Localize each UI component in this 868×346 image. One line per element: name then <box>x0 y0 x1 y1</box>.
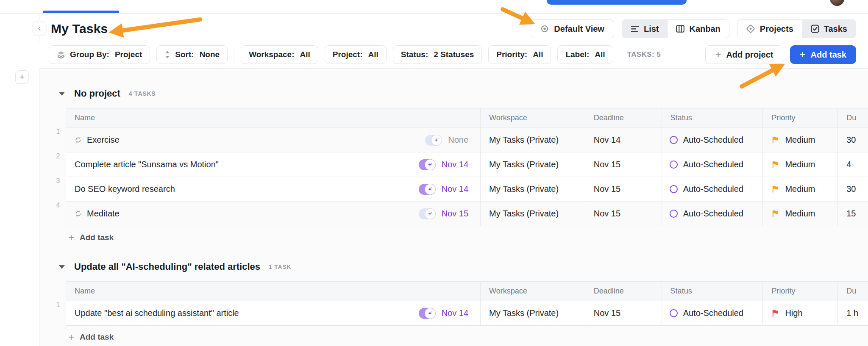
priority-label: Medium <box>785 135 815 145</box>
eye-icon <box>540 25 549 33</box>
toggle-list[interactable]: List <box>622 20 668 38</box>
column-header-deadline[interactable]: Deadline <box>585 108 662 127</box>
status-label: Auto-Scheduled <box>683 135 743 145</box>
deadline-cell[interactable]: Nov 15 <box>585 301 662 325</box>
column-header-workspace[interactable]: Workspace <box>480 108 585 127</box>
priority-filter-label: Priority: <box>496 50 527 59</box>
status-filter-value: 2 Statuses <box>434 50 474 59</box>
add-task-button[interactable]: + Add task <box>790 45 856 64</box>
table-row[interactable]: 4 Meditate Nov 15 My Tasks (Private) Nov… <box>66 201 868 226</box>
column-header-workspace[interactable]: Workspace <box>480 282 585 301</box>
ai-schedule-date: Nov 14 <box>442 160 468 169</box>
column-header-duration[interactable]: Du <box>837 108 868 127</box>
deadline-cell[interactable]: Nov 14 <box>585 128 662 152</box>
recurring-icon <box>75 210 82 217</box>
priority-cell[interactable]: Medium <box>762 177 837 201</box>
ai-schedule-date: Nov 15 <box>442 209 468 219</box>
workspace-filter-value: All <box>300 50 310 59</box>
duration-cell[interactable]: 15 <box>837 202 868 226</box>
status-filter-button[interactable]: Status: 2 Statuses <box>393 45 482 64</box>
top-divider <box>0 13 868 14</box>
default-view-button[interactable]: Default View <box>531 19 614 38</box>
flag-icon <box>771 210 779 218</box>
priority-cell[interactable]: High <box>762 301 837 325</box>
task-name: Exercise <box>87 135 120 145</box>
status-label: Auto-Scheduled <box>683 308 743 318</box>
priority-filter-button[interactable]: Priority: All <box>488 45 551 64</box>
row-number: 2 <box>53 152 64 160</box>
layers-icon <box>57 50 65 59</box>
workspace-cell[interactable]: My Tasks (Private) <box>480 128 585 152</box>
filter-buttons: Group By: Project Sort: None Workspace: … <box>49 45 661 64</box>
status-cell[interactable]: Auto-Scheduled <box>662 301 763 325</box>
column-header-name[interactable]: Name <box>66 282 480 301</box>
column-header-deadline[interactable]: Deadline <box>585 282 662 301</box>
user-avatar[interactable] <box>830 0 844 6</box>
duration-cell[interactable]: 4 <box>837 152 868 177</box>
label-filter-button[interactable]: Label: All <box>557 45 613 64</box>
chevron-down-icon[interactable] <box>59 265 65 269</box>
add-task-label: Add task <box>811 50 846 60</box>
status-cell[interactable]: Auto-Scheduled <box>662 177 763 201</box>
priority-cell[interactable]: Medium <box>762 152 837 177</box>
back-button[interactable]: ‹ <box>32 21 47 36</box>
add-project-button[interactable]: + Add project <box>705 45 783 64</box>
group-header-articles[interactable]: Update all "AI-scheduling" related artic… <box>59 260 868 274</box>
toggle-tasks[interactable]: Tasks <box>802 20 856 38</box>
ai-badge-icon <box>419 159 436 170</box>
filter-bar: Group By: Project Sort: None Workspace: … <box>39 42 868 68</box>
page-title: My Tasks <box>51 22 108 36</box>
ai-schedule-cluster[interactable]: Nov 14 <box>419 308 468 319</box>
status-cell[interactable]: Auto-Scheduled <box>662 202 763 226</box>
group-header-no-project[interactable]: No project 4 TASKS <box>59 87 868 100</box>
ai-schedule-cluster[interactable]: Nov 14 <box>419 159 468 170</box>
priority-label: Medium <box>785 209 815 219</box>
column-header-priority[interactable]: Priority <box>762 108 837 127</box>
duration-cell[interactable]: 30 <box>837 177 868 201</box>
ai-schedule-cluster[interactable]: Nov 15 <box>419 208 468 219</box>
ai-schedule-cluster[interactable]: None <box>425 135 468 146</box>
project-filter-button[interactable]: Project: All <box>325 45 387 64</box>
sort-button[interactable]: Sort: None <box>156 45 228 64</box>
column-header-priority[interactable]: Priority <box>762 282 837 301</box>
priority-label: Medium <box>785 160 815 169</box>
add-task-row-button[interactable]: + Add task <box>68 331 868 343</box>
workspace-filter-button[interactable]: Workspace: All <box>241 45 318 64</box>
deadline-cell[interactable]: Nov 15 <box>585 152 662 177</box>
table-header-row: Name Workspace Deadline Status Priority … <box>66 282 868 301</box>
group-by-button[interactable]: Group By: Project <box>49 45 150 64</box>
table-row[interactable]: 3 Do SEO keyword research Nov 14 My Task… <box>66 177 868 201</box>
column-header-status[interactable]: Status <box>662 282 763 301</box>
table-row[interactable]: 1 Update "best ai scheduling assistant" … <box>66 301 868 325</box>
top-cutoff-blue-button[interactable] <box>547 0 687 5</box>
status-cell[interactable]: Auto-Scheduled <box>662 152 763 177</box>
deadline-cell[interactable]: Nov 15 <box>585 177 662 201</box>
workspace-cell[interactable]: My Tasks (Private) <box>480 301 585 325</box>
table-row[interactable]: 1 Exercise None My Tasks (Private) Nov 1… <box>66 127 868 152</box>
ai-badge-icon <box>419 208 436 219</box>
chevron-down-icon[interactable] <box>59 92 65 96</box>
ai-schedule-cluster[interactable]: Nov 14 <box>419 184 468 195</box>
duration-cell[interactable]: 30 <box>837 128 868 152</box>
add-task-row-button[interactable]: + Add task <box>68 231 868 244</box>
priority-cell[interactable]: Medium <box>762 202 837 226</box>
deadline-cell[interactable]: Nov 15 <box>585 202 662 226</box>
workspace-cell[interactable]: My Tasks (Private) <box>480 152 585 177</box>
sort-arrows-icon <box>164 50 170 59</box>
column-header-duration[interactable]: Du <box>837 282 868 301</box>
column-header-name[interactable]: Name <box>66 108 480 127</box>
filter-actions: + Add project + Add task <box>705 45 856 64</box>
toggle-kanban[interactable]: Kanban <box>667 20 729 38</box>
label-filter-label: Label: <box>565 50 589 59</box>
workspace-cell[interactable]: My Tasks (Private) <box>480 202 585 226</box>
table-row[interactable]: 2 Complete article "Sunsama vs Motion" N… <box>66 152 868 177</box>
column-header-status[interactable]: Status <box>662 108 763 127</box>
status-cell[interactable]: Auto-Scheduled <box>662 128 763 152</box>
priority-cell[interactable]: Medium <box>762 128 837 152</box>
task-table-articles: Name Workspace Deadline Status Priority … <box>66 281 868 326</box>
status-ring-icon <box>670 309 678 317</box>
add-view-button[interactable]: + <box>15 70 29 84</box>
toggle-projects[interactable]: Projects <box>737 20 802 38</box>
workspace-cell[interactable]: My Tasks (Private) <box>480 177 585 201</box>
duration-cell[interactable]: 1 h <box>837 301 868 325</box>
